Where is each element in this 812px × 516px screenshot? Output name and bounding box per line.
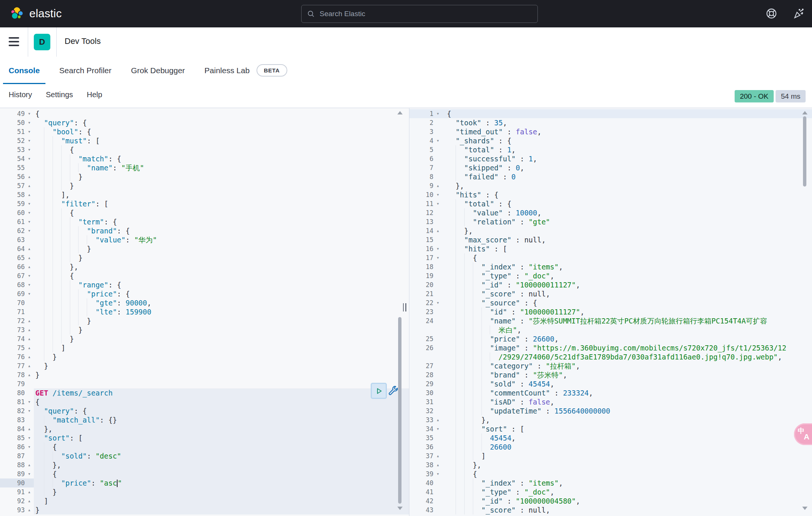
code-line[interactable]: 29"sold" : 45454, bbox=[409, 379, 812, 388]
code-line[interactable]: 28"brand" : "莎米特", bbox=[409, 370, 812, 379]
code-content[interactable]: "value" : 10000, bbox=[442, 208, 812, 217]
fold-toggle-icon[interactable]: ▴ bbox=[25, 190, 34, 199]
code-content[interactable]: 26600 bbox=[442, 442, 812, 451]
code-line[interactable]: 67▾{ bbox=[0, 271, 409, 280]
code-line[interactable]: 4▾"_shards" : { bbox=[409, 136, 812, 145]
code-line[interactable]: 49▾{ bbox=[0, 109, 409, 118]
fold-toggle-icon[interactable]: ▾ bbox=[433, 136, 442, 145]
code-content[interactable]: "failed" : 0 bbox=[442, 172, 812, 181]
code-content[interactable]: "price": "asc" bbox=[34, 478, 409, 487]
code-line[interactable]: 3626600 bbox=[409, 442, 812, 451]
code-content[interactable]: { bbox=[34, 145, 409, 154]
code-content[interactable]: "total" : { bbox=[442, 199, 812, 208]
code-line[interactable]: 42"_id" : "100000004580", bbox=[409, 496, 812, 505]
code-line[interactable]: 60▾{ bbox=[0, 208, 409, 217]
fold-toggle-icon[interactable]: ▾ bbox=[25, 433, 34, 442]
tab-search-profiler[interactable]: Search Profiler bbox=[54, 57, 117, 84]
fold-toggle-icon[interactable]: ▴ bbox=[25, 352, 34, 361]
code-line[interactable]: 55"name": "手机" bbox=[0, 163, 409, 172]
code-line[interactable]: 85▾"sort": [ bbox=[0, 433, 409, 442]
request-options-wrench-icon[interactable] bbox=[387, 385, 399, 397]
code-line[interactable]: 11▾"total" : { bbox=[409, 199, 812, 208]
code-content[interactable]: } bbox=[34, 253, 409, 262]
code-content[interactable]: } bbox=[34, 361, 409, 370]
code-content[interactable]: { bbox=[442, 253, 812, 262]
fold-toggle-icon[interactable]: ▾ bbox=[433, 190, 442, 199]
code-content[interactable]: 45454, bbox=[442, 433, 812, 442]
code-content[interactable]: } bbox=[34, 334, 409, 343]
code-line[interactable]: 93▴} bbox=[0, 505, 409, 514]
code-content[interactable]: } bbox=[34, 487, 409, 496]
code-content[interactable]: "hits" : [ bbox=[442, 244, 812, 253]
code-line[interactable]: 89▾{ bbox=[0, 469, 409, 478]
code-content[interactable]: "commentCount" : 233324, bbox=[442, 388, 812, 397]
fold-toggle-icon[interactable]: ▾ bbox=[25, 442, 34, 451]
scrollbar-down-arrow[interactable] bbox=[802, 507, 807, 510]
fold-toggle-icon[interactable]: ▾ bbox=[25, 226, 34, 235]
code-line[interactable]: 20"_id" : "100000011127", bbox=[409, 280, 812, 289]
code-line[interactable]: 84▴}, bbox=[0, 424, 409, 433]
fold-toggle-icon[interactable]: ▴ bbox=[25, 244, 34, 253]
code-content[interactable]: "match_all": {} bbox=[34, 415, 409, 424]
fold-toggle-icon[interactable]: ▾ bbox=[433, 253, 442, 262]
code-line[interactable]: 31"isAD" : false, bbox=[409, 397, 812, 406]
code-content[interactable]: "_score" : null, bbox=[442, 505, 812, 514]
code-content[interactable]: "successful" : 1, bbox=[442, 154, 812, 163]
code-content[interactable]: }, bbox=[34, 460, 409, 469]
code-content[interactable] bbox=[34, 379, 409, 388]
code-line[interactable]: 7"skipped" : 0, bbox=[409, 163, 812, 172]
fold-toggle-icon[interactable]: ▾ bbox=[25, 280, 34, 289]
scrollbar-up-arrow[interactable] bbox=[802, 111, 807, 114]
fold-toggle-icon[interactable]: ▾ bbox=[25, 271, 34, 280]
code-content[interactable]: "_shards" : { bbox=[442, 136, 812, 145]
code-content[interactable]: }, bbox=[442, 415, 812, 424]
code-line[interactable]: 18"_index" : "items", bbox=[409, 262, 812, 271]
code-line[interactable]: 66▴}, bbox=[0, 262, 409, 271]
fold-toggle-icon[interactable]: ▾ bbox=[25, 154, 34, 163]
fold-toggle-icon[interactable]: ▾ bbox=[433, 424, 442, 433]
fold-toggle-icon[interactable]: ▾ bbox=[25, 397, 34, 406]
code-line[interactable]: 27"category" : "拉杆箱", bbox=[409, 361, 812, 370]
code-content[interactable]: "query": { bbox=[34, 406, 409, 415]
code-line[interactable]: 40"_index" : "items", bbox=[409, 478, 812, 487]
tab-console[interactable]: Console bbox=[3, 57, 45, 84]
code-line[interactable]: 17▾{ bbox=[409, 253, 812, 262]
fold-toggle-icon[interactable]: ▴ bbox=[25, 343, 34, 352]
code-line[interactable]: 21"_score" : null, bbox=[409, 289, 812, 298]
code-line[interactable]: 59▾"filter": [ bbox=[0, 199, 409, 208]
tab-grok-debugger[interactable]: Grok Debugger bbox=[125, 57, 191, 84]
help-icon[interactable] bbox=[765, 8, 777, 20]
vertical-scrollbar-thumb[interactable] bbox=[803, 116, 806, 187]
code-line[interactable]: 71"lte": 159900 bbox=[0, 307, 409, 316]
space-avatar[interactable]: D bbox=[34, 34, 50, 50]
code-content[interactable]: "value": "华为" bbox=[34, 235, 409, 244]
help-link[interactable]: Help bbox=[87, 90, 102, 99]
code-content[interactable]: "max_score" : null, bbox=[442, 235, 812, 244]
code-content[interactable]: } bbox=[34, 325, 409, 334]
code-content[interactable]: }, bbox=[442, 181, 812, 190]
code-content[interactable]: "match": { bbox=[34, 154, 409, 163]
code-content[interactable]: "_score" : null, bbox=[442, 289, 812, 298]
fold-toggle-icon[interactable]: ▾ bbox=[433, 109, 442, 118]
code-content[interactable]: "name" : "莎米特SUMMIT拉杆箱22英寸PC材质万向轮旅行箱行李箱P… bbox=[442, 316, 812, 325]
fold-toggle-icon[interactable]: ▾ bbox=[25, 406, 34, 415]
code-content[interactable]: "_id" : "100000004580", bbox=[442, 496, 812, 505]
code-content[interactable]: "skipped" : 0, bbox=[442, 163, 812, 172]
code-content[interactable]: }, bbox=[442, 226, 812, 235]
code-content[interactable]: "gte": 90000, bbox=[34, 298, 409, 307]
code-content[interactable]: "filter": [ bbox=[34, 199, 409, 208]
code-content[interactable]: /2929/274060/5c21df3aE1789bda7/030af31af… bbox=[442, 352, 812, 361]
code-line[interactable]: 62▾"brand": { bbox=[0, 226, 409, 235]
code-line[interactable]: 83"match_all": {} bbox=[0, 415, 409, 424]
elastic-brand[interactable]: elastic bbox=[10, 6, 62, 21]
run-request-button[interactable] bbox=[371, 383, 387, 399]
code-content[interactable]: "_source" : { bbox=[442, 298, 812, 307]
code-content[interactable]: "total" : 1, bbox=[442, 145, 812, 154]
code-line[interactable]: 14▴}, bbox=[409, 226, 812, 235]
code-line[interactable]: 82▾"query": { bbox=[0, 406, 409, 415]
code-line[interactable]: /2929/274060/5c21df3aE1789bda7/030af31af… bbox=[409, 352, 812, 361]
code-content[interactable]: "lte": 159900 bbox=[34, 307, 409, 316]
code-content[interactable]: "relation" : "gte" bbox=[442, 217, 812, 226]
fold-toggle-icon[interactable]: ▴ bbox=[25, 253, 34, 262]
code-line[interactable]: 50▾"query": { bbox=[0, 118, 409, 127]
